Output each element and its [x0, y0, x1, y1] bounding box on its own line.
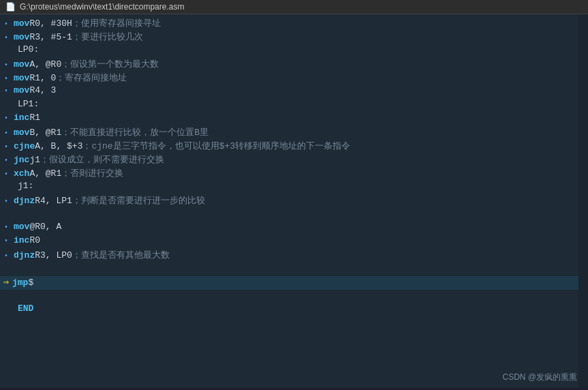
code-line: •inc R1 [0, 112, 578, 126]
code-line: •mov R3, #5-1 ；要进行比较几次 [0, 31, 578, 44]
keyword: mov [14, 85, 29, 95]
line-code: j1: [18, 181, 33, 191]
line-code: END [18, 303, 33, 314]
line-bullet: • [3, 198, 10, 205]
scrollbar[interactable] [578, 14, 588, 388]
line-args: j1 [29, 155, 40, 165]
line-args: R4, LP1 [35, 196, 72, 206]
line-code: LP1: [18, 99, 39, 109]
line-bullet: • [3, 75, 10, 82]
line-args: @R0, A [29, 222, 61, 232]
code-line: ⇒jmp $ [0, 276, 578, 290]
code-content: •mov R0, #30H ；使用寄存器间接寻址•mov R3, #5-1 ；要… [0, 14, 578, 388]
keyword: mov [14, 73, 29, 83]
code-line [0, 208, 578, 222]
code-line: •jnc j1 ；假设成立，则不需要进行交换 [0, 153, 578, 167]
title-icon: 📄 [5, 2, 16, 12]
keyword: mov [14, 32, 29, 42]
keyword: inc [14, 235, 29, 245]
code-line: •cjne A, B, $+3 ；cjne是三字节指令，也可以使用$+3转移到顺… [0, 140, 578, 153]
title-bar: 📄 G:\proteus\medwinv\text1\directcompare… [0, 0, 588, 14]
line-args: R3, LP0 [35, 250, 72, 260]
code-line: •xch A, @R1 ；否则进行交换 [0, 167, 578, 181]
code-line: LP0: [0, 44, 578, 58]
line-args: R1, 0 [29, 73, 56, 83]
line-args: $ [28, 278, 33, 288]
code-line: •inc R0 [0, 235, 578, 249]
line-comment: ；假设第一个数为最大数 [61, 58, 159, 70]
keyword: djnz [14, 196, 35, 206]
line-bullet: • [3, 34, 10, 42]
line-bullet: • [3, 224, 10, 231]
line-args: R3, #5-1 [29, 32, 72, 42]
code-line: •mov R0, #30H ；使用寄存器间接寻址 [0, 17, 578, 31]
line-bullet: • [3, 170, 10, 178]
line-comment: ；寄存器间接地址 [56, 72, 127, 84]
keyword: djnz [14, 250, 35, 260]
code-line: •mov R1, 0 ；寄存器间接地址 [0, 72, 578, 85]
code-line: •djnz R4, LP1 ；判断是否需要进行进一步的比较 [0, 194, 578, 208]
keyword: xch [14, 168, 29, 179]
keyword: inc [14, 112, 29, 123]
line-args: R4, 3 [29, 85, 56, 95]
line-comment: ；判断是否需要进行进一步的比较 [72, 194, 205, 207]
keyword: mov [14, 18, 29, 29]
line-bullet: • [3, 115, 10, 122]
line-bullet: • [3, 130, 10, 137]
code-line: j1: [0, 181, 578, 194]
line-comment: ；不能直接进行比较，放一个位置B里 [61, 126, 208, 138]
line-comment: ；使用寄存器间接寻址 [72, 17, 161, 29]
line-comment: ；否则进行交换 [61, 167, 123, 179]
keyword: mov [14, 59, 29, 70]
code-line: •mov @R0, A [0, 222, 578, 235]
line-comment: ；假设成立，则不需要进行交换 [40, 153, 164, 166]
line-args: A, @R1 [29, 168, 61, 179]
keyword: mov [14, 127, 29, 138]
code-line: •djnz R3, LP0 ；查找是否有其他最大数 [0, 249, 578, 262]
line-args: A, B, $+3 [35, 141, 82, 151]
editor-area: •mov R0, #30H ；使用寄存器间接寻址•mov R3, #5-1 ；要… [0, 14, 588, 388]
line-bullet: • [3, 237, 10, 245]
code-line [0, 262, 578, 276]
keyword: jmp [12, 278, 28, 288]
line-bullet: • [3, 157, 10, 164]
line-bullet: • [3, 252, 10, 260]
line-bullet: • [3, 143, 10, 151]
watermark: CSDN @发疯的熏熏 [502, 372, 577, 383]
line-bullet: • [3, 87, 10, 95]
code-line: END [0, 303, 578, 317]
line-bullet: ⇒ [3, 276, 10, 288]
keyword: jnc [14, 155, 29, 165]
line-args: B, @R1 [29, 127, 61, 138]
title-path: G:\proteus\medwinv\text1\directcompare.a… [20, 2, 184, 12]
line-args: R0, #30H [29, 18, 72, 29]
line-comment: ；cjne是三字节指令，也可以使用$+3转移到顺序地址的下一条指令 [82, 140, 350, 152]
line-code: LP0: [18, 44, 39, 55]
line-args: R1 [29, 112, 40, 123]
code-line: •mov A, @R0 ；假设第一个数为最大数 [0, 58, 578, 72]
code-line [0, 290, 578, 303]
line-comment: ；要进行比较几次 [72, 31, 143, 43]
keyword: mov [14, 222, 29, 232]
code-line: •mov R4, 3 [0, 85, 578, 99]
keyword: cjne [14, 141, 35, 151]
line-bullet: • [3, 20, 10, 28]
code-line: •mov B, @R1 ；不能直接进行比较，放一个位置B里 [0, 126, 578, 140]
line-comment: ；查找是否有其他最大数 [72, 249, 170, 261]
code-line: LP1: [0, 99, 578, 112]
line-args: R0 [29, 235, 40, 245]
line-args: A, @R0 [29, 59, 61, 70]
line-bullet: • [3, 61, 10, 69]
